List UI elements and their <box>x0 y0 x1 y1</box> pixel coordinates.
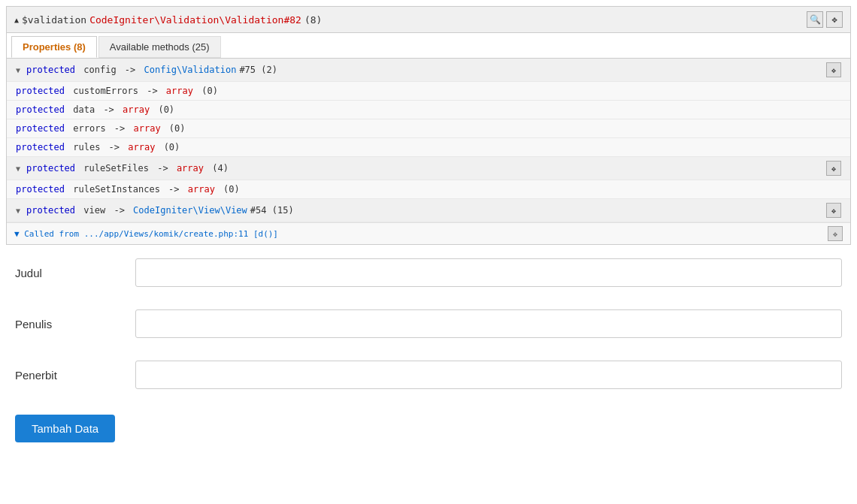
keyword-config: protected <box>26 65 75 75</box>
count-view: #54 (15) <box>250 205 294 216</box>
type-config: Config\Validation <box>144 65 237 75</box>
called-from: ▼ Called from .../app/Views/komik/create… <box>7 222 850 244</box>
propname-data: data <box>68 104 95 115</box>
expand-icon-btn[interactable]: ✥ <box>826 11 843 28</box>
type-data: array <box>123 104 150 115</box>
type-rules: array <box>128 142 155 152</box>
variable-name: $validation <box>22 14 86 26</box>
label-penulis: Penulis <box>15 318 135 330</box>
called-from-icon-btn[interactable]: ✥ <box>828 226 843 241</box>
debug-header: ▲ $validation CodeIgniter\Validation\Val… <box>7 7 850 33</box>
form-row-judul: Judul <box>15 258 842 287</box>
debug-header-icons: 🔍 ✥ <box>807 11 843 28</box>
prop-left-rules: protected rules -> array (0) <box>16 142 180 152</box>
class-path: CodeIgniter\Validation\Validation#82 <box>89 14 301 26</box>
prop-left-config: ▼ protected config -> Config\Validation … <box>16 65 277 75</box>
copy-btn-view[interactable]: ✥ <box>826 203 841 218</box>
count-customErrors: (0) <box>196 86 218 96</box>
form-row-penulis: Penulis <box>15 309 842 338</box>
object-count: (8) <box>304 14 322 26</box>
count-errors: (0) <box>164 123 186 134</box>
debug-header-left: ▲ $validation CodeIgniter\Validation\Val… <box>14 14 322 26</box>
type-customErrors: array <box>166 86 193 96</box>
type-errors: array <box>134 123 161 134</box>
input-penulis[interactable] <box>135 309 842 338</box>
keyword-rules: protected <box>16 142 65 152</box>
prop-row-rules: protected rules -> array (0) <box>7 138 850 157</box>
prop-left-view: ▼ protected view -> CodeIgniter\View\Vie… <box>16 205 294 216</box>
debug-panel: ▲ $validation CodeIgniter\Validation\Val… <box>6 6 851 245</box>
form-row-penerbit: Penerbit <box>15 361 842 389</box>
expand-icon-config[interactable]: ▼ <box>16 66 20 74</box>
count-rules: (0) <box>158 142 180 152</box>
prop-left-customErrors: protected customErrors -> array (0) <box>16 86 218 96</box>
prop-left-data: protected data -> array (0) <box>16 104 174 115</box>
propname-errors: errors <box>68 123 106 134</box>
propname-ruleSetFiles: ruleSetFiles <box>78 163 149 174</box>
prop-row-view[interactable]: ▼ protected view -> CodeIgniter\View\Vie… <box>7 199 850 222</box>
form-section: Judul Penulis Penerbit Tambah Data <box>0 251 857 450</box>
label-penerbit: Penerbit <box>15 369 135 382</box>
input-judul[interactable] <box>135 258 842 287</box>
prop-row-config[interactable]: ▼ protected config -> Config\Validation … <box>7 59 850 82</box>
expand-icon-ruleSetFiles[interactable]: ▼ <box>16 164 20 173</box>
keyword-customErrors: protected <box>16 86 65 96</box>
propname-config: config <box>78 65 117 75</box>
prop-left-errors: protected errors -> array (0) <box>16 123 186 134</box>
properties-list: ▼ protected config -> Config\Validation … <box>7 59 850 222</box>
submit-button[interactable]: Tambah Data <box>15 415 115 442</box>
propname-rules: rules <box>68 142 100 152</box>
prop-row-data: protected data -> array (0) <box>7 101 850 119</box>
label-judul: Judul <box>15 267 135 279</box>
count-ruleSetFiles: (4) <box>207 163 229 174</box>
prop-row-ruleSetFiles[interactable]: ▼ protected ruleSetFiles -> array (4) ✥ <box>7 157 850 180</box>
type-ruleSetFiles: array <box>177 163 204 174</box>
collapse-arrow-icon[interactable]: ▲ <box>14 16 19 24</box>
prop-left-ruleSetInstances: protected ruleSetInstances -> array (0) <box>16 184 240 195</box>
prop-row-customErrors: protected customErrors -> array (0) <box>7 82 850 101</box>
count-ruleSetInstances: (0) <box>218 184 240 195</box>
search-icon-btn[interactable]: 🔍 <box>807 11 823 28</box>
count-config: #75 (2) <box>239 65 277 75</box>
keyword-data: protected <box>16 104 65 115</box>
copy-btn-config[interactable]: ✥ <box>826 62 841 77</box>
called-from-text: ▼ Called from .../app/Views/komik/create… <box>14 229 278 239</box>
expand-icon-view[interactable]: ▼ <box>16 207 20 215</box>
count-data: (0) <box>153 104 174 115</box>
prop-row-errors: protected errors -> array (0) <box>7 119 850 138</box>
type-view: CodeIgniter\View\View <box>133 205 247 216</box>
type-ruleSetInstances: array <box>188 184 215 195</box>
keyword-view: protected <box>26 205 75 216</box>
prop-left-ruleSetFiles: ▼ protected ruleSetFiles -> array (4) <box>16 163 229 174</box>
propname-customErrors: customErrors <box>68 86 138 96</box>
tab-available-methods[interactable]: Available methods (25) <box>98 36 221 58</box>
input-penerbit[interactable] <box>135 361 842 389</box>
keyword-errors: protected <box>16 123 65 134</box>
propname-ruleSetInstances: ruleSetInstances <box>68 184 160 195</box>
keyword-ruleSetFiles: protected <box>26 163 75 174</box>
copy-btn-ruleSetFiles[interactable]: ✥ <box>826 161 841 176</box>
keyword-ruleSetInstances: protected <box>16 184 65 195</box>
prop-row-ruleSetInstances: protected ruleSetInstances -> array (0) <box>7 180 850 199</box>
tab-properties[interactable]: Properties (8) <box>11 36 97 58</box>
propname-view: view <box>78 205 105 216</box>
tabs-bar: Properties (8) Available methods (25) <box>7 33 850 59</box>
